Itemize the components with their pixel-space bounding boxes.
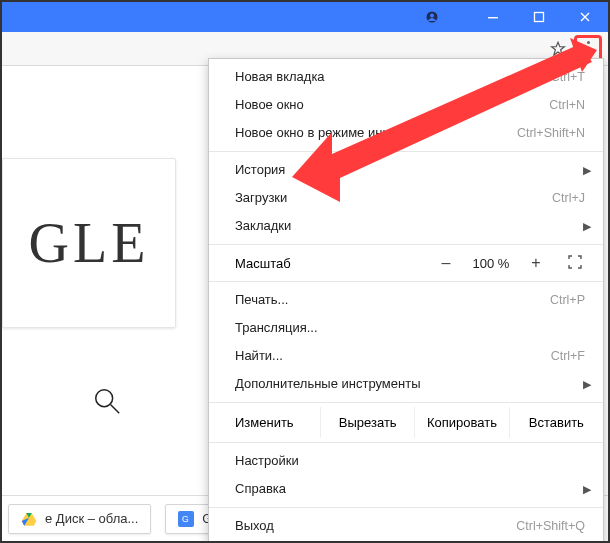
translate-icon: G xyxy=(178,511,194,527)
menu-label: Загрузки xyxy=(235,189,552,207)
svg-text:G: G xyxy=(182,514,189,524)
svg-point-1 xyxy=(430,14,434,18)
bookmark-star-icon[interactable] xyxy=(548,39,568,59)
chevron-right-icon: ▶ xyxy=(583,161,591,179)
maximize-button[interactable] xyxy=(516,2,562,32)
menu-label: Настройки xyxy=(235,452,585,470)
doodle-text: GLE xyxy=(29,211,150,275)
menu-label: История xyxy=(235,161,585,179)
menu-accel: Ctrl+F xyxy=(551,347,585,365)
menu-item-incognito[interactable]: Новое окно в режиме инкогнито Ctrl+Shift… xyxy=(209,119,603,147)
svg-line-5 xyxy=(111,405,119,413)
window-titlebar xyxy=(2,2,608,32)
edit-label: Изменить xyxy=(209,407,320,438)
chevron-right-icon: ▶ xyxy=(583,217,591,235)
menu-item-history[interactable]: История ▶ xyxy=(209,156,603,184)
menu-label: Новое окно xyxy=(235,96,549,114)
close-button[interactable] xyxy=(562,2,608,32)
menu-accel: Ctrl+Shift+N xyxy=(517,124,585,142)
google-doodle[interactable]: GLE xyxy=(2,158,176,328)
menu-label: Закладки xyxy=(235,217,585,235)
more-vertical-icon xyxy=(587,41,590,56)
menu-label: Новая вкладка xyxy=(235,68,551,86)
menu-item-help[interactable]: Справка ▶ xyxy=(209,475,603,503)
menu-label: Выход xyxy=(235,517,516,535)
menu-item-new-window[interactable]: Новое окно Ctrl+N xyxy=(209,91,603,119)
menu-item-bookmarks[interactable]: Закладки ▶ xyxy=(209,212,603,240)
menu-item-downloads[interactable]: Загрузки Ctrl+J xyxy=(209,184,603,212)
menu-label: Найти... xyxy=(235,347,551,365)
search-icon[interactable] xyxy=(92,386,122,416)
menu-accel: Ctrl+Shift+Q xyxy=(516,517,585,535)
menu-item-exit[interactable]: Выход Ctrl+Shift+Q xyxy=(209,512,603,540)
edit-paste-button[interactable]: Вставить xyxy=(509,407,603,438)
menu-item-settings[interactable]: Настройки xyxy=(209,447,603,475)
zoom-value: 100 % xyxy=(463,256,519,271)
menu-label: Масштаб xyxy=(235,256,431,271)
menu-accel: Ctrl+T xyxy=(551,68,585,86)
menu-accel: Ctrl+P xyxy=(550,291,585,309)
menu-item-print[interactable]: Печать... Ctrl+P xyxy=(209,286,603,314)
menu-accel: Ctrl+N xyxy=(549,96,585,114)
menu-item-new-tab[interactable]: Новая вкладка Ctrl+T xyxy=(209,63,603,91)
menu-item-find[interactable]: Найти... Ctrl+F xyxy=(209,342,603,370)
menu-label: Трансляция... xyxy=(235,319,585,337)
menu-label: Новое окно в режиме инкогнито xyxy=(235,124,517,142)
fullscreen-button[interactable] xyxy=(561,255,589,272)
menu-accel: Ctrl+J xyxy=(552,189,585,207)
edit-copy-button[interactable]: Копировать xyxy=(414,407,508,438)
menu-label: Дополнительные инструменты xyxy=(235,375,585,393)
svg-point-4 xyxy=(96,390,113,407)
menu-item-more-tools[interactable]: Дополнительные инструменты ▶ xyxy=(209,370,603,398)
tab-label: е Диск – обла... xyxy=(45,511,138,526)
edit-cut-button[interactable]: Вырезать xyxy=(320,407,414,438)
shelf-tab-drive[interactable]: е Диск – обла... xyxy=(8,504,151,534)
minimize-button[interactable] xyxy=(470,2,516,32)
menu-label: Печать... xyxy=(235,291,550,309)
chevron-right-icon: ▶ xyxy=(583,480,591,498)
svg-rect-3 xyxy=(535,13,544,22)
drive-icon xyxy=(21,511,37,527)
menu-item-zoom: Масштаб – 100 % + xyxy=(209,249,603,277)
menu-item-edit-row: Изменить Вырезать Копировать Вставить xyxy=(209,407,603,438)
chrome-main-menu: Новая вкладка Ctrl+T Новое окно Ctrl+N Н… xyxy=(208,58,604,543)
menu-label: Справка xyxy=(235,480,585,498)
svg-rect-2 xyxy=(488,17,498,18)
menu-item-cast[interactable]: Трансляция... xyxy=(209,314,603,342)
chevron-right-icon: ▶ xyxy=(583,375,591,393)
zoom-in-button[interactable]: + xyxy=(521,254,551,272)
zoom-out-button[interactable]: – xyxy=(431,254,461,272)
profile-icon[interactable] xyxy=(412,2,452,32)
